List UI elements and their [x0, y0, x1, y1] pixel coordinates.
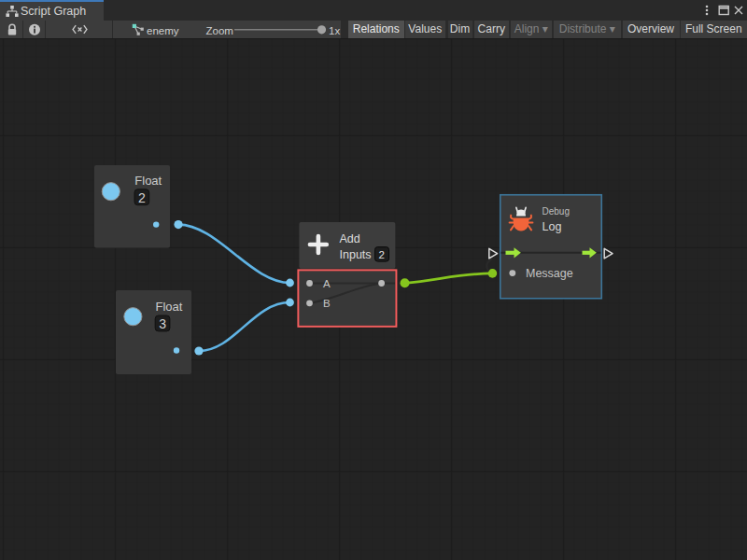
svg-text:2: 2: [379, 249, 385, 260]
svg-text:2: 2: [138, 190, 146, 205]
svg-text:Float: Float: [156, 300, 183, 314]
svg-text:Message: Message: [526, 267, 573, 280]
svg-text:Float: Float: [134, 174, 162, 188]
svg-text:Inputs: Inputs: [340, 248, 372, 261]
svg-text:Add: Add: [340, 232, 360, 245]
svg-text:B: B: [323, 298, 331, 309]
svg-text:3: 3: [159, 316, 166, 331]
svg-text:Debug: Debug: [543, 206, 570, 217]
svg-text:A: A: [323, 278, 331, 289]
svg-text:Log: Log: [543, 220, 562, 233]
